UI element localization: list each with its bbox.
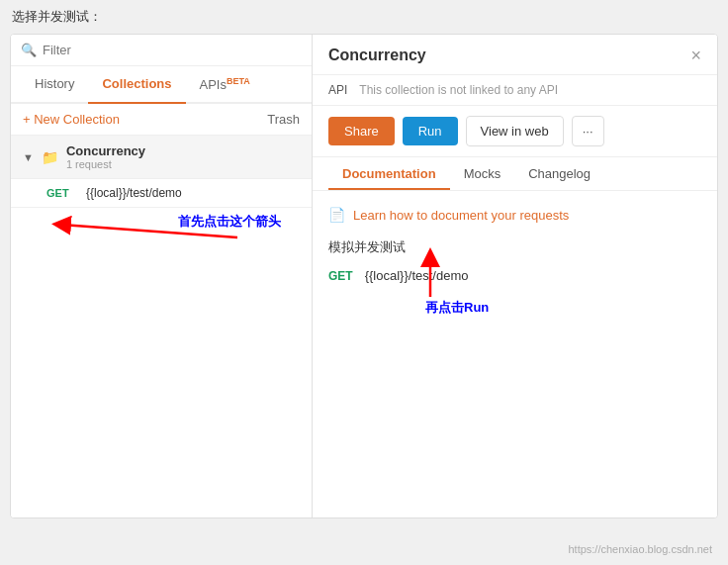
right-content: 📄 Learn how to document your requests 模拟…	[313, 191, 717, 518]
sub-tab-mocks[interactable]: Mocks	[450, 157, 515, 190]
right-panel-title: Concurrency	[328, 47, 426, 64]
tabs-row: History Collections APIsBETA	[11, 66, 312, 104]
document-icon: 📄	[328, 207, 345, 223]
collection-name: Concurrency	[66, 143, 145, 158]
watermark: https://chenxiao.blog.csdn.net	[568, 543, 712, 555]
right-header: Concurrency ×	[313, 35, 717, 75]
top-instruction: 选择并发测试：	[0, 0, 728, 34]
new-collection-button[interactable]: + New Collection	[23, 112, 120, 127]
method-badge: GET	[46, 187, 76, 199]
tab-history[interactable]: History	[21, 66, 88, 102]
trash-button[interactable]: Trash	[267, 112, 300, 127]
get-method-badge: GET	[328, 269, 353, 283]
section-title: 模拟并发测试	[328, 238, 701, 256]
sub-tab-documentation[interactable]: Documentation	[328, 157, 450, 190]
request-url: {{local}}/test/demo	[86, 186, 182, 200]
close-button[interactable]: ×	[690, 47, 701, 64]
more-options-button[interactable]: ···	[572, 116, 604, 146]
run-button[interactable]: Run	[403, 117, 458, 145]
tab-collections[interactable]: Collections	[88, 66, 185, 102]
api-note: This collection is not linked to any API	[359, 83, 558, 97]
search-bar: 🔍	[11, 35, 312, 66]
get-request-row: GET {{local}}/test/demo	[328, 268, 701, 283]
collection-item[interactable]: ▼ 📁 Concurrency 1 request	[11, 136, 312, 179]
left-panel: 🔍 History Collections APIsBETA + New Col…	[11, 35, 313, 518]
view-in-web-button[interactable]: View in web	[466, 116, 564, 146]
sub-tab-changelog[interactable]: Changelog	[514, 157, 604, 190]
right-panel: Concurrency × API This collection is not…	[313, 35, 717, 518]
share-button[interactable]: Share	[328, 117, 395, 145]
api-row: API This collection is not linked to any…	[313, 75, 717, 106]
search-icon: 🔍	[21, 43, 37, 57]
expand-arrow-icon: ▼	[23, 151, 34, 163]
collection-info: Concurrency 1 request	[66, 143, 145, 170]
action-buttons: Share Run View in web ···	[313, 106, 717, 157]
collections-actions: + New Collection Trash	[11, 104, 312, 136]
sub-tabs-row: Documentation Mocks Changelog	[313, 157, 717, 191]
beta-badge: BETA	[227, 76, 250, 86]
search-input[interactable]	[43, 43, 302, 57]
request-path: {{local}}/test/demo	[365, 268, 469, 283]
learn-link[interactable]: 📄 Learn how to document your requests	[328, 207, 701, 223]
request-item[interactable]: GET {{local}}/test/demo	[11, 179, 312, 208]
api-label: API	[328, 83, 347, 97]
collection-count: 1 request	[66, 158, 145, 170]
tab-apis[interactable]: APIsBETA	[186, 66, 264, 102]
main-container: 🔍 History Collections APIsBETA + New Col…	[10, 34, 718, 518]
folder-icon: 📁	[42, 149, 58, 165]
